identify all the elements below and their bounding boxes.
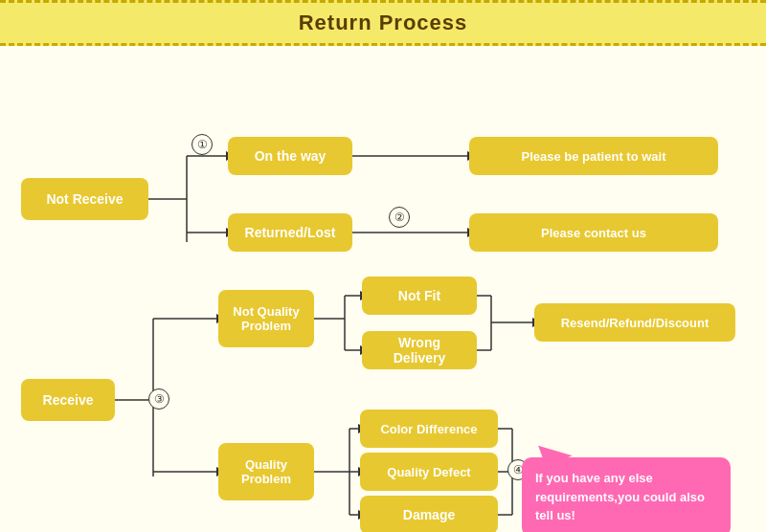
header: Return Process [0, 0, 766, 46]
quality-problem-node: Quality Problem [218, 443, 314, 500]
please-contact-node: Please contact us [469, 213, 718, 252]
receive-node: Receive [21, 379, 115, 421]
not-fit-node: Not Fit [362, 277, 477, 315]
damage-node: Damage [360, 496, 498, 532]
circle-1: ① [192, 134, 213, 155]
page-title: Return Process [299, 11, 468, 34]
on-the-way-node: On the way [228, 137, 352, 175]
speech-bubble: If you have any else requirements,you co… [522, 457, 731, 532]
circle-3: ③ [148, 388, 169, 410]
color-diff-node: Color Difference [360, 410, 498, 448]
returned-lost-node: Returned/Lost [228, 213, 352, 252]
bubble-text: If you have any else requirements,you co… [535, 471, 705, 522]
please-wait-node: Please be patient to wait [469, 137, 718, 175]
wrong-delivery-node: Wrong Delivery [362, 331, 477, 369]
not-quality-node: Not Quality Problem [218, 290, 314, 347]
resend-node: Resend/Refund/Discount [534, 303, 735, 342]
quality-defect-node: Quality Defect [360, 453, 498, 491]
circle-2: ② [389, 207, 410, 228]
not-receive-node: Not Receive [21, 178, 148, 220]
